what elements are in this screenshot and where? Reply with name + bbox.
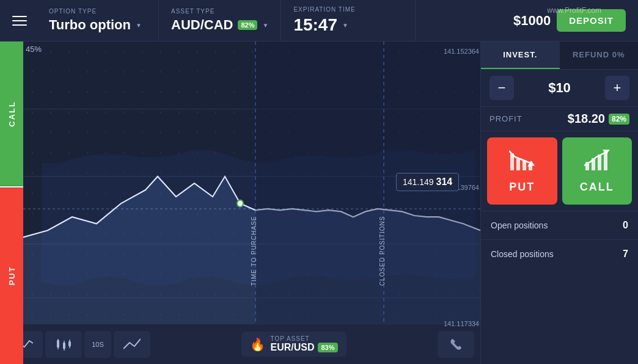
top-asset-badge: 83% [318,343,337,352]
tooltip-digits: 314 [436,177,453,187]
timeframe-button[interactable]: 10S [84,331,111,358]
call-button[interactable]: CALL [562,137,632,205]
option-type-field[interactable]: OPTION TYPE Turbo option ▼ [37,0,159,41]
hamburger-menu[interactable] [6,10,37,32]
invest-tabs: INVEST. REFUND 0% [481,42,638,70]
candlestick-button[interactable] [45,331,82,358]
put-icon [509,148,535,176]
put-button[interactable]: PUT [487,137,557,205]
closed-positions-row[interactable]: Closed positions 7 [481,239,638,268]
price-level-bot: 141.117334 [444,320,479,327]
put-side-label: PUT [0,187,23,364]
svg-rect-13 [522,161,526,170]
closed-positions-panel-label: Closed positions [491,249,554,259]
top-asset-label: TOP ASSET [270,335,337,342]
svg-rect-21 [57,340,59,348]
side-labels: CALL PUT [0,42,23,364]
trade-buttons: PUT CALL [481,131,638,211]
closed-positions-label: CLOSED POSITIONS [379,54,386,286]
profit-row: PROFIT $18.20 82% [481,107,638,131]
expiry-field[interactable]: EXPIRATION TIME 15:47 ▼ [281,0,416,41]
amount-display: $10 [548,80,571,96]
asset-badge: 82% [238,20,257,30]
svg-point-10 [237,200,243,207]
put-button-label: PUT [509,181,535,194]
call-button-label: CALL [580,181,614,194]
open-positions-count: 0 [623,220,628,231]
expiry-label: EXPIRATION TIME [293,6,403,13]
chart-tooltip: 141.149 314 [396,173,459,191]
time-to-purchase-label: TIME TO PURCHASE [251,54,257,286]
chart-svg-wrapper: TIME TO PURCHASE CLOSED POSITIONS 141.14… [23,42,480,364]
asset-type-label: ASSET TYPE [171,8,268,15]
main-layout: CALL PUT 45% 55% [0,42,638,364]
decrease-amount-button[interactable]: − [490,76,514,100]
option-type-value: Turbo option ▼ [49,17,146,33]
option-type-chevron-icon: ▼ [136,22,142,29]
open-positions-row[interactable]: Open positions 0 [481,211,638,239]
top-asset-value: EUR/USD 83% [270,342,337,353]
refund-tab[interactable]: REFUND 0% [560,42,639,69]
call-icon [584,148,610,176]
right-panel: INVEST. REFUND 0% − $10 + PROFIT $18.20 … [480,42,638,364]
balance-display: $1000 [513,13,551,29]
asset-type-field[interactable]: ASSET TYPE AUD/CAD 82% ▼ [159,0,281,41]
svg-rect-12 [516,158,520,170]
watermark: www.ProfitF.com [547,6,601,15]
amount-row: − $10 + [481,70,638,107]
svg-rect-27 [68,341,71,346]
profit-value: $18.20 82% [568,112,629,126]
open-positions-label: Open positions [491,220,548,230]
closed-positions-count: 7 [623,249,628,260]
trend-button[interactable] [114,331,150,358]
invest-tab[interactable]: INVEST. [481,42,560,69]
phone-button[interactable] [438,331,474,358]
tooltip-price: 141.149 [403,177,434,187]
bottom-bar: 10S 🔥 TOP ASSET EUR/USD 83% [0,324,480,364]
asset-type-chevron-icon: ▼ [262,22,268,29]
call-side-label: CALL [0,42,23,186]
top-bar: OPTION TYPE Turbo option ▼ ASSET TYPE AU… [0,0,638,42]
profit-label: PROFIT [490,114,522,123]
fire-icon: 🔥 [250,337,265,352]
expiry-value: 15:47 ▼ [293,15,403,35]
top-asset-info: TOP ASSET EUR/USD 83% [270,335,337,353]
profit-amount: $18.20 [568,112,605,126]
top-asset-widget[interactable]: 🔥 TOP ASSET EUR/USD 83% [241,332,346,357]
chart-area: CALL PUT 45% 55% [0,42,480,364]
option-type-label: OPTION TYPE [49,8,146,15]
profit-pct-badge: 82% [609,114,629,125]
expiry-chevron-icon: ▼ [342,22,348,29]
svg-rect-24 [63,343,65,349]
increase-amount-button[interactable]: + [605,76,629,100]
price-level-top: 141.152364 [444,48,479,55]
asset-type-value: AUD/CAD 82% ▼ [171,17,268,33]
